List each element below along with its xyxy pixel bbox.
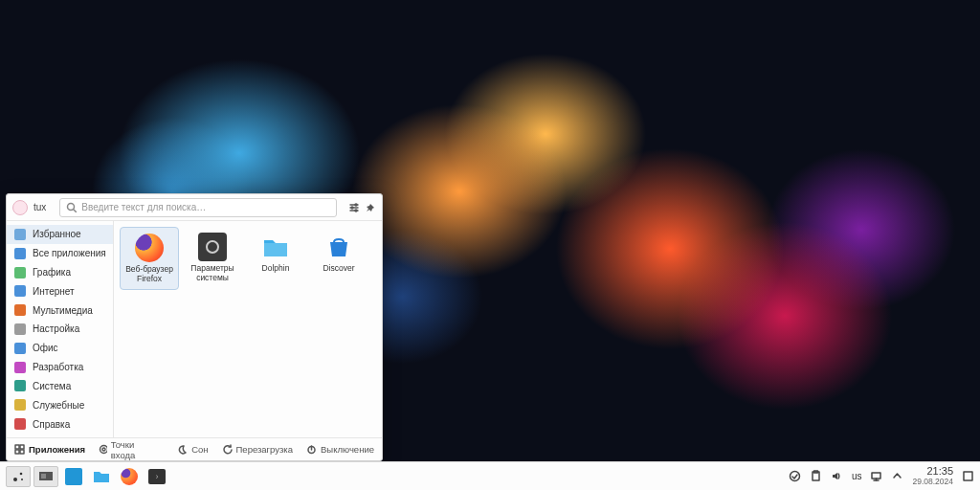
category-item[interactable]: Мультимедиа	[7, 301, 113, 320]
tab-applications[interactable]: Приложения	[14, 444, 85, 455]
settings-icon	[65, 468, 82, 485]
app-label: Dolphin	[262, 264, 290, 274]
category-item[interactable]: Избранное	[7, 225, 113, 244]
filter-icon[interactable]	[348, 202, 360, 213]
power-icon	[306, 444, 317, 455]
app-tile[interactable]: Dolphin	[246, 227, 305, 290]
category-item[interactable]: Система	[7, 377, 113, 396]
task-systemsettings[interactable]	[61, 466, 86, 487]
places-icon	[99, 444, 107, 455]
folder-icon	[93, 469, 110, 484]
svg-point-0	[68, 204, 75, 211]
tab-places[interactable]: Точки входа	[99, 439, 150, 460]
category-icon	[14, 418, 26, 430]
taskbar: › us 21:35 29.08.2024	[0, 461, 980, 490]
chevron-up-icon[interactable]	[891, 470, 903, 482]
category-label: Система	[33, 381, 71, 391]
category-label: Избранное	[33, 229, 81, 239]
svg-point-17	[13, 478, 17, 481]
category-icon	[14, 323, 26, 335]
app-grid: Веб-браузер FirefoxПараметры системыDolp…	[114, 221, 382, 437]
svg-point-18	[20, 472, 23, 475]
user-avatar[interactable]	[12, 200, 28, 215]
firefox-icon	[121, 468, 138, 485]
app-label: Discover	[323, 264, 354, 274]
moon-icon	[177, 444, 188, 455]
svg-rect-8	[264, 243, 287, 256]
keyboard-layout[interactable]: us	[852, 471, 862, 481]
category-label: Справка	[33, 419, 70, 430]
category-icon	[14, 304, 26, 316]
category-icon	[14, 362, 26, 373]
svg-point-19	[21, 479, 23, 480]
svg-line-1	[74, 210, 77, 212]
reboot-icon	[222, 444, 233, 455]
search-icon	[66, 202, 77, 212]
app-label: Параметры системы	[183, 264, 242, 283]
volume-tray-icon[interactable]	[831, 470, 843, 482]
clock[interactable]: 21:35 29.08.2024	[912, 466, 953, 485]
category-label: Интернет	[33, 286, 75, 297]
clock-date: 29.08.2024	[912, 478, 953, 486]
app-tile[interactable]: Веб-браузер Firefox	[120, 227, 179, 290]
svg-point-22	[790, 472, 799, 481]
network-tray-icon[interactable]	[870, 470, 882, 482]
category-item[interactable]: Разработка	[7, 358, 113, 377]
plasma-logo-icon	[11, 469, 26, 484]
reboot-button[interactable]: Перезагрузка	[222, 444, 294, 455]
pin-icon[interactable]	[365, 202, 376, 213]
launcher-header: tux Введите текст для поиска…	[7, 194, 382, 221]
svg-rect-21	[41, 474, 46, 479]
category-label: Графика	[33, 267, 71, 278]
category-label: Разработка	[33, 362, 83, 372]
category-list: ИзбранноеВсе приложенияГрафикаИнтернетМу…	[7, 221, 114, 437]
task-firefox[interactable]	[117, 466, 142, 487]
sleep-button[interactable]: Сон	[177, 444, 208, 455]
category-item[interactable]: Настройка	[7, 320, 113, 339]
search-input[interactable]: Введите текст для поиска…	[59, 198, 337, 217]
category-item[interactable]: Все приложения	[7, 244, 113, 263]
category-item[interactable]: Графика	[7, 263, 113, 282]
app-label: Веб-браузер Firefox	[121, 265, 178, 284]
task-dolphin[interactable]	[89, 466, 114, 487]
start-button[interactable]	[6, 466, 31, 487]
task-konsole[interactable]: ›	[145, 466, 169, 487]
folder-icon	[261, 233, 290, 261]
search-placeholder: Введите текст для поиска…	[81, 202, 206, 212]
category-item[interactable]: Интернет	[7, 281, 113, 301]
clipboard-tray-icon[interactable]	[810, 470, 822, 482]
category-icon	[14, 229, 26, 240]
category-label: Мультимедиа	[33, 305, 93, 316]
desktop-icon	[38, 470, 54, 483]
category-label: Офис	[33, 343, 58, 353]
category-item[interactable]: Справка	[7, 414, 113, 434]
launcher-footer: Приложения Точки входа Сон Перезагрузка …	[7, 437, 382, 460]
category-icon	[14, 399, 26, 411]
category-label: Все приложения	[33, 248, 106, 258]
category-icon	[14, 285, 26, 297]
svg-rect-28	[964, 472, 972, 480]
show-desktop-icon[interactable]	[962, 470, 974, 482]
task-desktop[interactable]	[33, 466, 58, 487]
username-label: tux	[33, 202, 46, 212]
store-icon	[324, 233, 353, 261]
app-tile[interactable]: Параметры системы	[183, 227, 242, 290]
app-tile[interactable]: Discover	[309, 227, 368, 290]
firefox-icon	[135, 234, 164, 262]
application-launcher: tux Введите текст для поиска… ИзбранноеВ…	[6, 193, 383, 461]
svg-rect-11	[15, 450, 19, 454]
category-label: Настройка	[33, 323, 79, 334]
svg-rect-9	[15, 445, 19, 449]
updates-tray-icon[interactable]	[789, 470, 801, 482]
svg-point-14	[102, 448, 105, 451]
category-item[interactable]: Служебные	[7, 395, 113, 414]
category-icon	[14, 248, 26, 259]
settings-icon	[198, 233, 227, 261]
svg-rect-12	[20, 450, 24, 454]
category-icon	[14, 343, 26, 354]
svg-rect-10	[20, 445, 24, 449]
svg-rect-25	[872, 473, 880, 479]
shutdown-button[interactable]: Выключение	[306, 444, 374, 455]
category-icon	[14, 267, 26, 278]
category-item[interactable]: Офис	[7, 339, 113, 358]
